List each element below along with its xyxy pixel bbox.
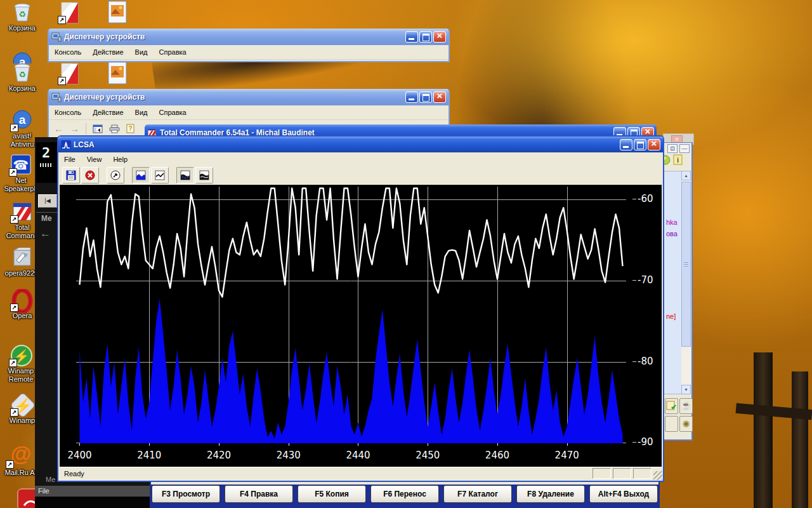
altf4-exit-button[interactable]: Alt+F4 Выход (589, 485, 658, 503)
desktop-icon-red-doc-1[interactable]: ↗ (56, 1, 84, 23)
coffee-button[interactable]: ☕ (679, 398, 693, 414)
svg-text:♻: ♻ (18, 70, 26, 79)
x-tick-label: 2460 (485, 450, 509, 461)
avast-icon: a ↗ (11, 109, 33, 131)
desktop-icon-recycle-bin-1[interactable]: ♻ Корзина (1, 1, 43, 32)
desktop-icon-image-file-2[interactable] (104, 61, 132, 83)
notes-button[interactable]: ✔ (665, 398, 678, 414)
minimize-button[interactable] (620, 139, 632, 150)
save-icon (66, 170, 76, 180)
x-tick (358, 443, 358, 446)
speakerphone-icon: ☎ ↗ (10, 154, 32, 175)
maximize-button[interactable] (419, 31, 432, 43)
back-arrow-icon[interactable]: ← (54, 123, 63, 134)
minimize-button[interactable] (405, 31, 418, 43)
media-file-menu[interactable]: File (35, 486, 154, 497)
mailru-agent-icon: @ ↗ (7, 439, 35, 467)
shortcut-arrow-icon: ↗ (10, 304, 18, 312)
stop-button[interactable] (81, 167, 99, 184)
menu-spravka[interactable]: Справка (154, 46, 192, 58)
back-arrow-icon[interactable]: ← (40, 227, 51, 240)
icon-label: Корзина (1, 24, 43, 32)
shortcut-arrow-icon: ↗ (58, 16, 66, 24)
scroll-up-icon[interactable]: ▲ (681, 171, 691, 180)
minimize-button[interactable]: — (679, 144, 690, 153)
dock-button[interactable]: ⊡ (667, 144, 678, 153)
resize-grip[interactable] (653, 471, 662, 480)
f5-copy-button[interactable]: F5 Копия (298, 485, 366, 503)
contact-scrollbar[interactable]: ▲ ▼ (681, 171, 691, 394)
svg-text:✔: ✔ (671, 403, 676, 411)
printer-icon[interactable] (109, 124, 120, 133)
menu-view[interactable]: View (81, 154, 108, 165)
f3-view-button[interactable]: F3 Просмотр (152, 485, 220, 503)
desktop-icon-image-file-1[interactable] (104, 0, 132, 22)
view-area-button[interactable] (132, 167, 150, 184)
status-pane (633, 468, 652, 479)
lcsa-titlebar[interactable]: LCSA (58, 137, 663, 152)
save-button[interactable] (62, 167, 80, 184)
menu-file[interactable]: File (58, 154, 81, 165)
recycle-bin-icon: ♻ (11, 62, 33, 83)
scrollbar-thumb[interactable] (681, 182, 691, 347)
minimize-button[interactable] (405, 91, 418, 103)
view-waterfall-dark-button[interactable] (195, 167, 213, 184)
start-button[interactable] (107, 167, 124, 184)
menu-vid[interactable]: Вид (129, 46, 154, 58)
stop-icon (85, 170, 95, 180)
red-doc-icon: ↗ (59, 1, 81, 23)
menu-spravka[interactable]: Справка (154, 107, 192, 118)
device-manager-titlebar[interactable]: Диспетчер устройств (49, 89, 449, 105)
previous-track-button[interactable]: |◀ (38, 194, 57, 208)
f4-edit-button[interactable]: F4 Правка (225, 485, 293, 503)
contact-line[interactable]: ne] (666, 312, 676, 320)
menu-deystvie[interactable]: Действие (87, 107, 129, 118)
view-line-button[interactable] (151, 167, 169, 184)
eye-button[interactable]: ◉ (679, 416, 693, 432)
menu-deystvie[interactable]: Действие (87, 46, 129, 58)
close-button[interactable] (433, 91, 446, 103)
x-tick (149, 443, 150, 446)
console-window-icon[interactable] (93, 124, 103, 133)
view-waterfall-blue-button[interactable] (176, 167, 194, 184)
start-icon (110, 170, 121, 180)
close-button[interactable] (648, 139, 660, 150)
media-tab-me[interactable]: Me (36, 212, 58, 225)
menu-konsol[interactable]: Консоль (49, 107, 87, 118)
media-content (35, 497, 154, 508)
maximize-button[interactable] (419, 91, 432, 103)
svg-text:♻: ♻ (18, 10, 26, 19)
desktop-icon-red-doc-2[interactable]: ↗ (56, 62, 84, 84)
spectrum-chart: 24002410242024302440245024602470 -60-70-… (60, 185, 662, 468)
x-axis-labels: 24002410242024302440245024602470 (76, 443, 626, 467)
f8-delete-button[interactable]: F8 Удаление (516, 485, 585, 503)
contact-line[interactable]: ова (666, 230, 678, 237)
total-commander-icon: ↗ (11, 201, 33, 222)
window-title: Диспетчер устройств (62, 32, 405, 41)
svg-text:?: ? (128, 125, 132, 132)
f6-move-button[interactable]: F6 Перенос (370, 485, 439, 503)
cut-button[interactable] (665, 416, 678, 432)
toolbar-separator (86, 123, 86, 135)
lcsa-app-icon (61, 140, 71, 150)
x-tick (79, 443, 80, 446)
menu-help[interactable]: Help (107, 154, 133, 165)
maximize-button[interactable] (634, 139, 646, 150)
shortcut-arrow-icon: ↗ (10, 215, 18, 224)
forward-arrow-icon[interactable]: → (70, 123, 79, 134)
red-doc-icon: ↗ (59, 62, 81, 84)
x-tick-label: 2440 (346, 450, 370, 461)
contact-line[interactable]: hka (666, 218, 678, 226)
help-icon[interactable]: ? (126, 124, 134, 133)
close-button[interactable] (433, 31, 446, 43)
device-manager-menubar: Консоль Действие Вид Справка (49, 45, 449, 60)
device-manager-titlebar[interactable]: Диспетчер устройств (49, 29, 449, 45)
winamp-remote-icon: ⚡ ↗ (10, 344, 32, 366)
f7-mkdir-button[interactable]: F7 Каталог (443, 485, 512, 503)
info-icon[interactable]: i (673, 154, 683, 165)
desktop-icon-recycle-bin-2[interactable]: ♻ Корзина (1, 62, 43, 93)
scroll-down-icon[interactable]: ▼ (681, 385, 691, 394)
area-chart-icon (136, 170, 146, 180)
menu-vid[interactable]: Вид (129, 107, 154, 118)
menu-konsol[interactable]: Консоль (49, 46, 87, 58)
